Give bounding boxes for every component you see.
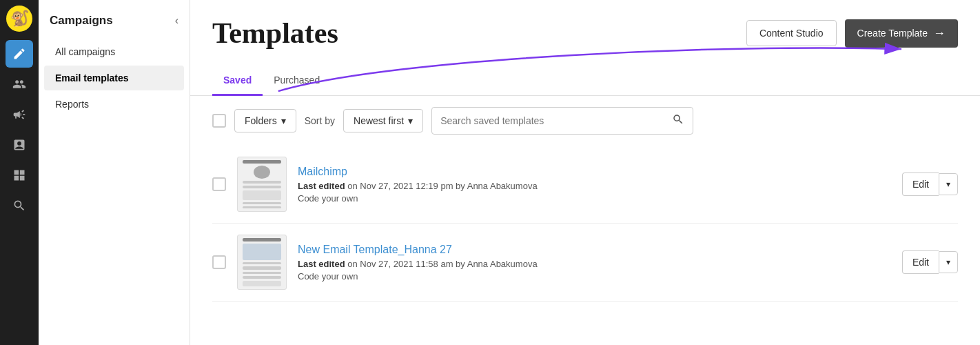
sidebar-nav: Campaigns ‹ All campaigns Email template… xyxy=(39,0,190,345)
sort-chevron-icon: ▾ xyxy=(408,115,413,126)
template-actions-1: Edit ▾ xyxy=(902,250,958,274)
grid-icon xyxy=(12,168,26,182)
sidebar-item-reports[interactable]: Reports xyxy=(44,92,184,117)
thumb-line xyxy=(243,206,281,208)
automation-icon xyxy=(12,138,26,152)
select-all-checkbox[interactable] xyxy=(212,114,226,128)
template-info-0: Mailchimp Last edited on Nov 27, 2021 12… xyxy=(298,166,891,204)
edit-dropdown-button-0[interactable]: ▾ xyxy=(939,173,958,195)
create-template-arrow-icon: → xyxy=(933,26,946,41)
template-thumbnail-0 xyxy=(237,157,287,212)
thumb-rect xyxy=(243,281,281,286)
template-info-1: New Email Template_Hanna 27 Last edited … xyxy=(298,244,891,282)
thumb-line xyxy=(243,262,281,264)
sidebar-icon-automation[interactable] xyxy=(6,131,33,159)
edit-button-0[interactable]: Edit xyxy=(902,172,939,196)
sidebar-icon-grid[interactable] xyxy=(6,161,33,189)
template-list: Mailchimp Last edited on Nov 27, 2021 12… xyxy=(190,146,980,345)
thumb-rect xyxy=(243,244,281,259)
sort-dropdown[interactable]: Newest first ▾ xyxy=(343,109,423,132)
page-title: Templates xyxy=(212,17,338,50)
tabs-bar: Saved Purchased xyxy=(190,66,980,96)
app-logo[interactable]: 🐒 xyxy=(6,6,32,32)
template-type-0: Code your own xyxy=(298,193,891,204)
sidebar-item-email-templates[interactable]: Email templates xyxy=(44,66,184,90)
thumb-line xyxy=(243,186,281,188)
edit-dropdown-button-1[interactable]: ▾ xyxy=(939,251,958,273)
folders-chevron-icon: ▾ xyxy=(281,115,286,126)
search-box xyxy=(431,107,693,135)
thumb-line xyxy=(243,181,281,184)
create-template-label: Create Template xyxy=(857,28,928,39)
folders-dropdown[interactable]: Folders ▾ xyxy=(234,109,296,132)
sidebar-icon-search[interactable] xyxy=(6,192,33,219)
create-template-button[interactable]: Create Template → xyxy=(845,19,958,48)
last-edited-label-1: Last edited xyxy=(298,259,345,269)
sidebar-icon-megaphone[interactable] xyxy=(6,101,33,128)
thumb-circle xyxy=(254,166,270,179)
last-edited-date-1: on Nov 27, 2021 11:58 am by Anna Abakumo… xyxy=(347,259,537,269)
header-buttons: Content Studio Create Template → xyxy=(746,19,958,48)
template-name-1[interactable]: New Email Template_Hanna 27 xyxy=(298,244,891,256)
pencil-icon xyxy=(12,47,26,61)
thumb-line xyxy=(243,272,281,274)
sidebar-item-all-campaigns[interactable]: All campaigns xyxy=(44,39,184,64)
main-content: Templates Content Studio Create Template… xyxy=(190,0,980,345)
template-actions-0: Edit ▾ xyxy=(902,172,958,196)
thumb-line xyxy=(243,238,281,241)
tab-purchased[interactable]: Purchased xyxy=(263,66,331,96)
last-edited-date-0: on Nov 27, 2021 12:19 pm by Anna Abakumo… xyxy=(347,181,537,191)
thumb-line xyxy=(243,160,281,164)
template-checkbox-0[interactable] xyxy=(212,177,226,191)
folders-label: Folders xyxy=(245,115,277,126)
search-input[interactable] xyxy=(440,115,672,126)
search-submit-icon xyxy=(672,113,684,126)
toolbar: Folders ▾ Sort by Newest first ▾ xyxy=(190,96,980,146)
last-edited-label-0: Last edited xyxy=(298,181,345,191)
template-type-1: Code your own xyxy=(298,271,891,282)
megaphone-icon xyxy=(12,108,26,121)
content-studio-button[interactable]: Content Studio xyxy=(746,20,837,46)
template-meta-0: Last edited on Nov 27, 2021 12:19 pm by … xyxy=(298,181,891,191)
template-item: Mailchimp Last edited on Nov 27, 2021 12… xyxy=(212,146,958,224)
sidebar-icon-pencil[interactable] xyxy=(6,40,33,68)
thumb-line xyxy=(243,276,281,278)
template-meta-1: Last edited on Nov 27, 2021 11:58 am by … xyxy=(298,259,891,269)
audience-icon xyxy=(12,77,26,91)
template-checkbox-1[interactable] xyxy=(212,255,226,269)
main-header: Templates Content Studio Create Template… xyxy=(190,0,980,61)
sort-value-label: Newest first xyxy=(354,115,404,126)
thumb-line xyxy=(243,202,281,204)
search-submit-button[interactable] xyxy=(672,113,684,128)
sidebar-icons-strip: 🐒 xyxy=(0,0,39,345)
template-name-0[interactable]: Mailchimp xyxy=(298,166,891,178)
sidebar-collapse-button[interactable]: ‹ xyxy=(175,14,178,27)
sidebar-nav-title: Campaigns xyxy=(50,14,113,28)
thumb-line xyxy=(243,266,281,270)
edit-button-1[interactable]: Edit xyxy=(902,250,939,274)
search-icon xyxy=(12,199,26,213)
thumb-rect xyxy=(243,190,281,200)
template-thumbnail-1 xyxy=(237,235,287,290)
sort-by-label: Sort by xyxy=(305,115,335,126)
template-item: New Email Template_Hanna 27 Last edited … xyxy=(212,224,958,302)
tab-saved[interactable]: Saved xyxy=(212,66,263,96)
sidebar-icon-audience[interactable] xyxy=(6,70,33,98)
sidebar-nav-header: Campaigns ‹ xyxy=(39,8,190,39)
